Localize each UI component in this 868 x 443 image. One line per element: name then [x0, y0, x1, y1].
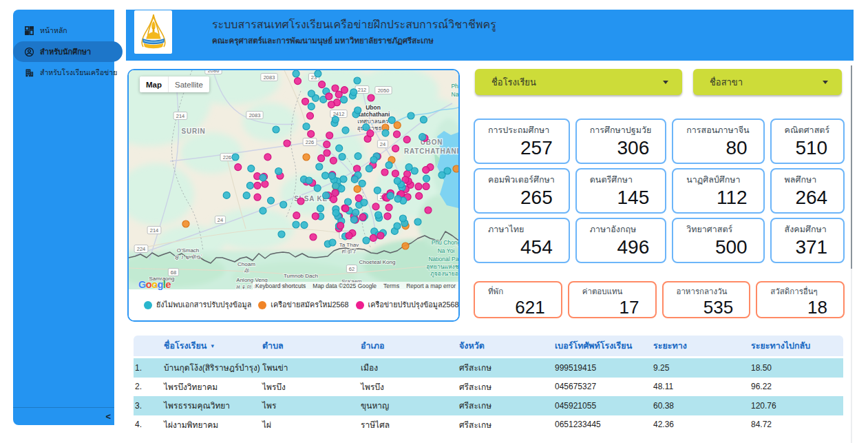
map-marker[interactable]	[372, 203, 379, 210]
map-marker[interactable]	[273, 126, 279, 133]
map-marker[interactable]	[248, 165, 255, 172]
map-marker[interactable]	[345, 198, 352, 205]
map-marker[interactable]	[416, 192, 423, 199]
keyboard-shortcuts-link[interactable]: Keyboard shortcuts	[255, 282, 306, 289]
map-image[interactable]: SURINUBONRATCHATHANISI SA KETUbonRatchat…	[129, 70, 458, 289]
map-marker[interactable]	[301, 222, 308, 229]
map-marker[interactable]	[341, 96, 348, 103]
map-marker[interactable]	[254, 194, 261, 200]
map-marker[interactable]	[308, 90, 315, 97]
report-map-error-link[interactable]: Report a map error	[406, 282, 456, 289]
sidebar-item-students[interactable]: สำหรับนักศึกษา	[13, 41, 123, 62]
sidebar-item-home[interactable]: หน้าหลัก	[13, 21, 114, 39]
map-marker[interactable]	[297, 198, 304, 205]
map-marker[interactable]	[337, 223, 344, 229]
map-marker[interactable]	[323, 192, 330, 199]
branch-name-select[interactable]: ชื่อสาขา	[693, 69, 842, 95]
map-marker[interactable]	[453, 165, 458, 172]
map-button[interactable]: Map	[140, 76, 169, 92]
map-marker[interactable]	[354, 107, 361, 114]
map-marker[interactable]	[354, 185, 361, 192]
school-name-select[interactable]: ชื่อโรงเรียน	[475, 69, 682, 95]
map-marker[interactable]	[354, 165, 361, 172]
map-marker[interactable]	[275, 168, 282, 175]
map-marker[interactable]	[414, 218, 421, 225]
map-marker[interactable]	[293, 70, 299, 77]
map-marker[interactable]	[399, 215, 406, 222]
map-marker[interactable]	[326, 132, 333, 139]
table-row[interactable]: 3.ไพรธรรมคุณวิทยาไพรขุนหาญศรีสะเกษ045921…	[134, 396, 843, 415]
map-marker[interactable]	[394, 196, 401, 203]
map-marker[interactable]	[407, 112, 414, 119]
map-marker[interactable]	[363, 124, 370, 131]
scrollbar[interactable]	[851, 65, 852, 443]
map-marker[interactable]	[260, 207, 266, 214]
map-marker[interactable]	[394, 131, 401, 138]
map-marker[interactable]	[354, 153, 361, 160]
map-marker[interactable]	[342, 127, 349, 134]
map-marker[interactable]	[346, 232, 352, 239]
map-marker[interactable]	[423, 183, 430, 190]
map-marker[interactable]	[385, 162, 392, 169]
map-marker[interactable]	[293, 221, 299, 228]
map-marker[interactable]	[352, 209, 359, 216]
map-marker[interactable]	[332, 209, 339, 216]
map-marker[interactable]	[425, 207, 432, 214]
map-marker[interactable]	[316, 163, 323, 170]
map-marker[interactable]	[392, 170, 399, 177]
scrollbar-thumb[interactable]	[851, 65, 852, 269]
map-marker[interactable]	[293, 212, 300, 219]
map-marker[interactable]	[377, 232, 384, 239]
map-marker[interactable]	[332, 116, 339, 123]
table-row[interactable]: 2.ไพรบึงวิทยาคมไพรบึงไพรบึงศรีสะเกษ04567…	[134, 378, 843, 397]
map-marker[interactable]	[367, 130, 374, 137]
terms-link[interactable]: Terms	[383, 282, 399, 289]
map-marker[interactable]	[322, 172, 329, 179]
map-marker[interactable]	[306, 177, 313, 184]
map-marker[interactable]	[232, 154, 239, 161]
map-marker[interactable]	[302, 98, 309, 105]
map-marker[interactable]	[385, 204, 392, 211]
map-marker[interactable]	[317, 205, 324, 212]
map-marker[interactable]	[405, 164, 412, 171]
map-marker[interactable]	[375, 212, 382, 218]
map-marker[interactable]	[336, 145, 343, 152]
map-marker[interactable]	[303, 123, 310, 130]
map-marker[interactable]	[394, 178, 401, 185]
map-marker[interactable]	[326, 93, 332, 100]
sidebar-item-network-schools[interactable]: สำหรับโรงเรียนเครือข่าย	[13, 63, 114, 81]
map-marker[interactable]	[280, 201, 287, 208]
map-marker[interactable]	[420, 116, 427, 123]
map-marker[interactable]	[264, 154, 271, 161]
map-marker[interactable]	[370, 234, 377, 241]
map-marker[interactable]	[359, 214, 366, 220]
map-marker[interactable]	[402, 243, 409, 249]
map-marker[interactable]	[382, 130, 389, 136]
map-marker[interactable]	[423, 167, 430, 174]
map-marker[interactable]	[335, 91, 342, 98]
map-marker[interactable]	[354, 77, 361, 84]
map-marker[interactable]	[350, 89, 357, 96]
map-marker[interactable]	[312, 213, 319, 220]
map-marker[interactable]	[332, 189, 339, 196]
map-marker[interactable]	[319, 81, 326, 88]
map-marker[interactable]	[370, 156, 377, 163]
map-marker[interactable]	[284, 140, 290, 147]
map-marker[interactable]	[359, 180, 366, 187]
map-marker[interactable]	[394, 122, 401, 129]
map-marker[interactable]	[223, 192, 230, 198]
map-marker[interactable]	[339, 154, 346, 161]
map-marker[interactable]	[330, 157, 337, 164]
map-marker[interactable]	[303, 154, 310, 161]
map-marker[interactable]	[387, 192, 394, 199]
map-marker[interactable]	[415, 183, 422, 190]
map-marker[interactable]	[351, 176, 358, 183]
map-marker[interactable]	[262, 181, 268, 187]
map-marker[interactable]	[329, 239, 336, 246]
map-marker[interactable]	[403, 136, 410, 143]
map-marker[interactable]	[374, 187, 381, 194]
map-marker[interactable]	[342, 205, 349, 212]
map-marker[interactable]	[260, 174, 266, 181]
map-marker[interactable]	[308, 130, 315, 137]
map-marker[interactable]	[384, 213, 391, 220]
